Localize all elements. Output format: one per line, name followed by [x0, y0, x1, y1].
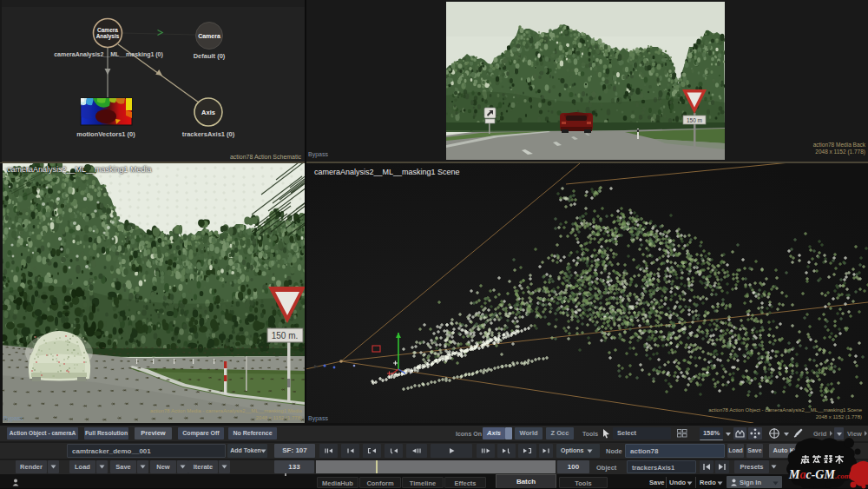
- svg-text:150 m: 150 m: [687, 117, 702, 123]
- svg-text:Camera: Camera: [97, 27, 118, 33]
- svg-text:trackersAxis1 (0): trackersAxis1 (0): [182, 130, 235, 138]
- svg-text:Analysis: Analysis: [96, 33, 120, 40]
- svg-text:Default (0): Default (0): [194, 52, 226, 60]
- svg-text:Axis: Axis: [201, 109, 215, 116]
- svg-text:150 m.: 150 m.: [272, 331, 299, 340]
- svg-text:cameraAnalysis2__ML__masking1: cameraAnalysis2__ML__masking1 (0): [54, 51, 163, 58]
- svg-text:action78 Action Schematic: action78 Action Schematic: [230, 154, 302, 160]
- svg-text:motionVectors1 (0): motionVectors1 (0): [76, 130, 135, 138]
- svg-text:Camera: Camera: [198, 33, 220, 39]
